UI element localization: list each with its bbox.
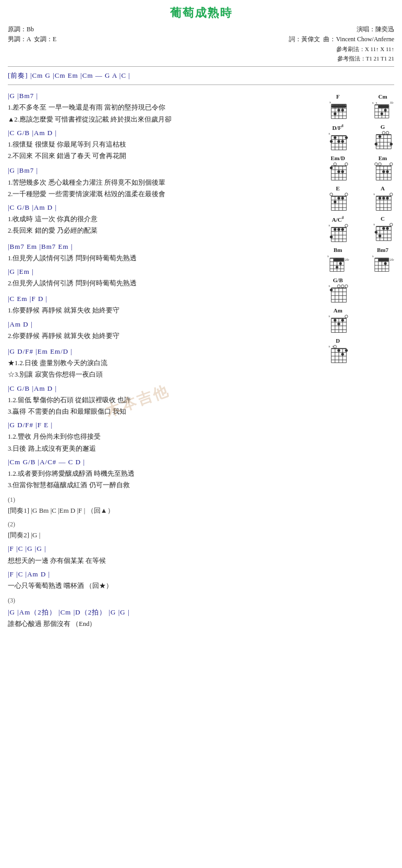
lyric-bridge-2: ☆3.別讓 寂寞告你想得一夜白頭 — [8, 369, 321, 380]
lyric-bridgec-1: 1.2.豐收 月份尚未到你也得接受 — [8, 431, 321, 442]
chord-diagram-D: D x x — [326, 337, 349, 365]
svg-point-106 — [345, 193, 348, 196]
svg-point-136 — [341, 228, 344, 231]
svg-point-91 — [390, 163, 393, 165]
chord-diagram-E: E — [326, 185, 349, 212]
lyric-verse1b-1: 1.很懷疑 很懷疑 你最尾等到 只有這枯枝 — [8, 139, 321, 150]
chord-diagram-ACsharp: A/C# x — [326, 215, 349, 244]
chord-verse2b: |C G/B |Am D | — [8, 202, 321, 213]
svg-point-182 — [384, 262, 387, 264]
lyric-bridgeb-1: 1.2.留低 擊傷你的石頭 從錯誤裡吸收 也許 — [8, 395, 321, 406]
svg-point-90 — [379, 163, 381, 165]
svg-point-195 — [337, 284, 340, 287]
svg-point-59 — [390, 143, 393, 146]
chord-diagram-C: C x — [371, 215, 394, 244]
chord-diagram-G: G — [371, 124, 394, 152]
svg-point-209 — [334, 319, 336, 321]
chord-diagram-DFsharp: D/F# x — [326, 124, 349, 152]
credits: 詞：黃偉文 曲：Vincent Chow/Anferne — [289, 35, 394, 44]
svg-point-12 — [337, 109, 340, 112]
svg-point-89 — [375, 163, 377, 165]
lyric-verse3b: 一心只等葡萄熟透 嚐杯酒 （回★） — [8, 581, 321, 592]
svg-point-60 — [382, 131, 385, 134]
svg-point-133 — [330, 235, 333, 238]
svg-text:2fr: 2fr — [345, 258, 349, 261]
svg-rect-181 — [379, 258, 389, 261]
chord-diagram-Cm: Cm x x 3fr — [371, 93, 394, 120]
svg-point-30 — [384, 109, 387, 112]
chord-chorus2: |C Em |F D | — [8, 293, 321, 305]
original-key: 原調：Bb — [8, 25, 56, 34]
svg-point-72 — [330, 166, 333, 169]
svg-point-226 — [341, 353, 344, 355]
svg-text:x: x — [328, 132, 331, 135]
svg-point-57 — [375, 143, 377, 146]
svg-point-211 — [341, 319, 344, 321]
singer: 演唱：陳奕迅 — [357, 25, 394, 34]
svg-point-137 — [345, 224, 348, 226]
lyrics-section: |G |Bm7 | 1.差不多冬至 一早一晚還是有雨 當初的堅持現已令你 ▲2.… — [8, 88, 321, 630]
lyric-verse3: 想想天的一邊 亦有個某某 在等候 — [8, 556, 321, 566]
chord-bridged: |Cm G/B |A/C# — C D | — [8, 456, 321, 468]
svg-point-119 — [382, 197, 385, 199]
svg-point-58 — [379, 135, 381, 138]
svg-point-43 — [334, 136, 336, 139]
svg-point-151 — [382, 227, 385, 230]
svg-point-13 — [341, 109, 344, 112]
chord-verse1b: |C G/B |Am D | — [8, 127, 321, 139]
chord-diagram-Bm: Bm x 2fr — [326, 247, 349, 274]
svg-text:x: x — [372, 255, 374, 258]
svg-point-102 — [334, 200, 336, 203]
chord-verse3b: |F |C |Am D | — [8, 569, 321, 580]
svg-point-153 — [390, 223, 393, 226]
svg-point-196 — [341, 284, 344, 287]
chord-bridgec: |G D/F# |F E | — [8, 419, 321, 431]
svg-point-42 — [330, 140, 333, 142]
lyric-verse2-1: 1.苦戀幾多次 悉心栽種全力灌注 所得竟不如別個後輩 — [8, 177, 321, 188]
lyric-bridgeb-2: 3.贏得 不需要的自由 和最耀眼傷口 我知 — [8, 406, 321, 417]
svg-point-152 — [386, 227, 388, 230]
interlude2-content: [間奏2] |G | — [8, 531, 321, 540]
lyric-verse1-2: ▲2.應該怎麼愛 可惜書裡從沒記載 終於摸出來但歲月卻 — [8, 114, 321, 125]
lyric-verse2-2: 2.一千種戀愛 一些需要情淚灌溉 枯毀的溫柔在最後會 — [8, 189, 321, 200]
svg-point-74 — [341, 170, 344, 173]
chord-diagrams: F — [326, 88, 394, 630]
svg-point-121 — [390, 193, 393, 196]
chord-diagram-Bm7: Bm7 x 2fr — [371, 247, 394, 274]
chord-outro: |G |Am（2拍） |Cm |D（2拍） |G |G | — [8, 607, 321, 618]
chord-verse3: |F |C |G |G | — [8, 543, 321, 554]
svg-text:x: x — [328, 345, 331, 348]
svg-point-227 — [345, 349, 348, 352]
chord-chorus2b: |Am D | — [8, 319, 321, 330]
ref-methods: 參考刷法：X 11↑ X 11↑ 參考指法：T1 21 T1 21 — [8, 45, 394, 63]
chord-diagram-F: F — [326, 93, 349, 120]
svg-point-103 — [337, 197, 340, 199]
svg-text:x: x — [373, 192, 375, 196]
svg-point-149 — [375, 231, 377, 233]
svg-text:x: x — [328, 315, 331, 318]
svg-rect-166 — [334, 258, 344, 261]
svg-point-210 — [337, 322, 340, 325]
svg-rect-28 — [379, 105, 389, 108]
chord-diagram-EmD: Em/D — [326, 155, 349, 182]
chord-diagram-Am: Am x — [326, 307, 349, 334]
svg-point-135 — [337, 228, 340, 231]
svg-point-225 — [337, 349, 340, 352]
chord-chorus1b: |G |Em | — [8, 266, 321, 278]
keys: 男調：A 女調：E — [8, 35, 56, 44]
svg-point-61 — [386, 131, 388, 134]
lyric-verse2b-2: 2.長回來 錯的愛 乃必經的配菜 — [8, 225, 321, 236]
svg-point-46 — [345, 136, 348, 139]
svg-text:3fr: 3fr — [390, 102, 394, 105]
svg-point-150 — [379, 235, 381, 237]
svg-point-87 — [382, 170, 385, 173]
chord-diagram-GB: G/B x — [326, 277, 349, 304]
svg-text:x: x — [328, 284, 331, 287]
chord-diagram-A: A x — [371, 185, 394, 212]
lyric-outro: 誰都心酸過 那個沒有 （End） — [8, 619, 321, 630]
svg-text:x: x — [375, 102, 377, 105]
lyric-chorus1: 1.但見旁人談情何引誘 問到何時葡萄先熟透 — [8, 253, 321, 264]
svg-point-29 — [381, 113, 383, 115]
lyric-verse2b-1: 1.收成時 這一次 你真的很介意 — [8, 214, 321, 225]
svg-point-194 — [330, 288, 333, 291]
